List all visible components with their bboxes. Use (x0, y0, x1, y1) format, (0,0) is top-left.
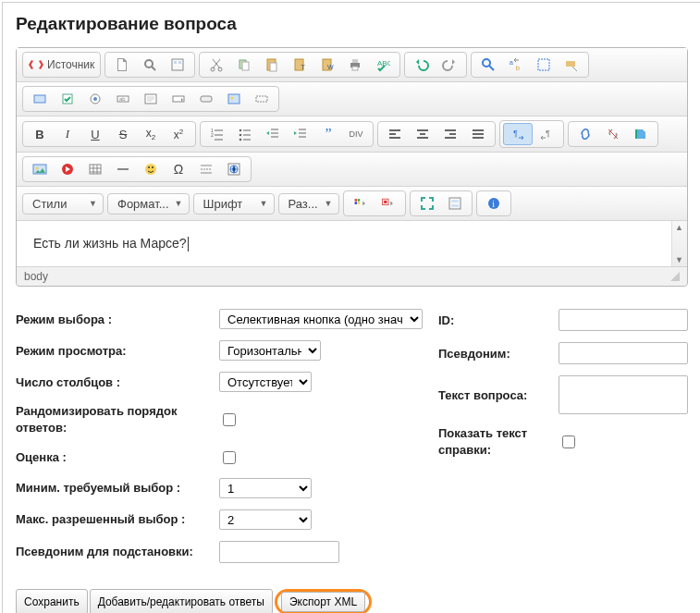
cut-icon[interactable] (203, 55, 230, 75)
paste-icon[interactable] (258, 55, 286, 75)
svg-rect-34 (256, 96, 267, 102)
svg-rect-1 (172, 59, 183, 70)
svg-text:¶: ¶ (513, 129, 518, 138)
export-xml-button[interactable]: Экспорт XML (281, 592, 365, 612)
find-icon[interactable] (474, 55, 502, 75)
image-icon[interactable] (26, 159, 54, 179)
scrollbar[interactable]: ▲▼ (671, 221, 687, 266)
alias-input[interactable] (559, 342, 688, 364)
outdent-icon[interactable] (259, 124, 287, 144)
form-icon[interactable] (26, 89, 54, 109)
textfield-icon[interactable]: ab (109, 89, 137, 109)
numbered-list-icon[interactable]: 12 (203, 124, 231, 144)
image-button-icon[interactable] (220, 89, 248, 109)
replace-icon[interactable]: ab (502, 55, 530, 75)
templates-icon[interactable] (164, 55, 191, 75)
ltr-icon[interactable]: ¶ (503, 123, 533, 145)
select-mode-select[interactable]: Селективная кнопка (одно значение) (219, 309, 423, 329)
toolbar-row-2: ab (17, 82, 687, 116)
alias-sub-input[interactable] (219, 541, 339, 563)
format-combo[interactable]: Формат...▼ (107, 193, 190, 215)
chevron-down-icon: ▼ (89, 199, 97, 208)
styles-combo[interactable]: Стили▼ (22, 193, 104, 215)
id-label: ID: (438, 313, 549, 327)
paste-word-icon[interactable]: W (313, 55, 341, 75)
right-column: ID: Псевдоним: Текст вопроса: Показать т… (438, 309, 688, 562)
svg-rect-9 (270, 63, 276, 71)
alias-label: Псевдоним: (438, 347, 549, 361)
min-select[interactable]: 1 (219, 478, 312, 498)
font-combo[interactable]: Шрифт▼ (193, 193, 275, 215)
indent-icon[interactable] (287, 124, 314, 144)
iframe-icon[interactable] (220, 159, 248, 179)
max-select[interactable]: 2 (219, 509, 312, 530)
text-color-icon[interactable] (347, 193, 375, 214)
hidden-field-icon[interactable] (248, 89, 276, 109)
maximize-icon[interactable] (413, 193, 441, 214)
svg-rect-59 (451, 204, 459, 207)
print-icon[interactable] (341, 55, 369, 75)
div-icon[interactable]: DIV (342, 124, 370, 144)
copy-icon[interactable] (230, 55, 258, 75)
spellcheck-icon[interactable]: ABC (369, 55, 397, 75)
help-checkbox[interactable] (562, 435, 575, 448)
svg-rect-16 (352, 67, 358, 70)
hr-icon[interactable] (109, 159, 137, 179)
rtl-icon[interactable]: ¶ (533, 124, 560, 144)
show-blocks-icon[interactable] (441, 193, 469, 214)
export-xml-callout: Экспорт XML (275, 589, 372, 613)
editor-statusbar: body (17, 266, 687, 286)
button-field-icon[interactable] (192, 89, 220, 109)
anchor-icon[interactable] (627, 124, 655, 144)
svg-text:T: T (301, 63, 305, 71)
score-checkbox[interactable] (223, 451, 236, 464)
align-left-icon[interactable] (381, 124, 409, 144)
editor-content-area[interactable]: Есть ли жизнь на Марсе? ▲▼ (17, 221, 687, 266)
page-break-icon[interactable] (192, 159, 220, 179)
score-label: Оценка : (16, 450, 210, 464)
table-icon[interactable] (81, 159, 109, 179)
randomize-checkbox[interactable] (223, 413, 236, 426)
superscript-icon[interactable]: x2 (165, 124, 192, 144)
bg-color-icon[interactable] (375, 193, 402, 214)
remove-format-icon[interactable] (558, 55, 585, 75)
underline-icon[interactable]: U (81, 124, 109, 144)
about-icon[interactable]: i (480, 193, 508, 214)
justify-icon[interactable] (464, 124, 492, 144)
unlink-icon[interactable] (599, 124, 627, 144)
link-icon[interactable] (571, 124, 599, 144)
edit-answers-button[interactable]: Добавить/редактировать ответы (90, 589, 273, 613)
italic-icon[interactable]: I (54, 124, 81, 144)
svg-rect-56 (384, 201, 387, 203)
smiley-icon[interactable] (137, 159, 165, 179)
flash-icon[interactable] (54, 159, 81, 179)
bullet-list-icon[interactable] (231, 124, 259, 144)
select-all-icon[interactable] (530, 55, 558, 75)
select-field-icon[interactable] (165, 89, 192, 109)
source-button[interactable]: Источник (26, 55, 97, 75)
size-combo[interactable]: Раз...▼ (278, 193, 339, 215)
qtext-textarea[interactable] (559, 375, 688, 414)
align-center-icon[interactable] (409, 124, 436, 144)
textarea-icon[interactable] (137, 89, 165, 109)
redo-icon[interactable] (436, 55, 463, 75)
blockquote-icon[interactable]: ” (314, 124, 342, 144)
align-right-icon[interactable] (436, 124, 464, 144)
columns-select[interactable]: Отсутствует (219, 372, 312, 392)
undo-icon[interactable] (408, 55, 436, 75)
save-button[interactable]: Сохранить (16, 589, 88, 613)
bold-icon[interactable]: B (26, 124, 54, 144)
resize-handle-icon[interactable] (670, 272, 680, 281)
svg-point-38 (239, 134, 242, 137)
view-mode-select[interactable]: Горизонтально (219, 340, 321, 361)
preview-icon[interactable] (136, 55, 164, 75)
elements-path[interactable]: body (24, 270, 48, 283)
checkbox-icon[interactable] (54, 89, 81, 109)
strike-icon[interactable]: S (109, 124, 137, 144)
id-input[interactable] (559, 309, 688, 331)
subscript-icon[interactable]: x2 (137, 124, 165, 144)
radio-icon[interactable] (81, 89, 109, 109)
new-page-icon[interactable] (108, 55, 136, 75)
special-char-icon[interactable]: Ω (165, 159, 192, 179)
paste-text-icon[interactable]: T (286, 55, 313, 75)
